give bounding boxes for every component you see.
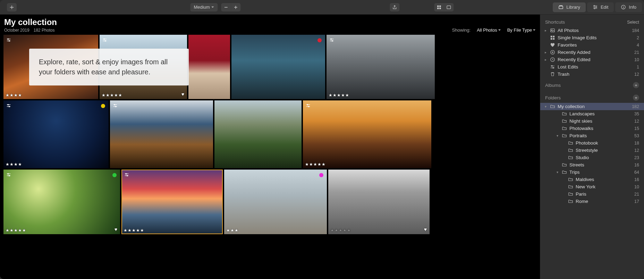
shortcut-label: Trash bbox=[558, 72, 569, 77]
svg-point-10 bbox=[8, 39, 9, 40]
folder-item[interactable]: New York10 bbox=[540, 183, 644, 190]
folder-count: 16 bbox=[634, 163, 639, 167]
rating-stars: ★★★★★ bbox=[6, 228, 26, 233]
shortcut-item[interactable]: ▸Recently Edited10 bbox=[540, 56, 644, 63]
folder-icon bbox=[561, 126, 567, 131]
photo-thumb[interactable]: ★★★★★ bbox=[121, 170, 223, 234]
color-tag bbox=[319, 173, 323, 177]
folder-item[interactable]: ▾Portraits53 bbox=[540, 132, 644, 139]
rating-stars: ★★★★★ bbox=[329, 93, 349, 98]
folder-icon bbox=[561, 118, 567, 124]
add-button[interactable] bbox=[7, 3, 17, 11]
add-folder-button[interactable]: + bbox=[633, 95, 639, 101]
tab-library[interactable]: Library bbox=[553, 2, 586, 12]
folder-label: Trips bbox=[569, 170, 580, 175]
callout-overlay: Explore, rate, sort & enjoy images from … bbox=[29, 49, 189, 85]
photo-thumb[interactable]: ★★★ bbox=[224, 170, 327, 234]
rating-stars: ★★★★★ bbox=[102, 93, 122, 98]
grid-view-button[interactable] bbox=[434, 3, 444, 11]
photo-thumb[interactable] bbox=[188, 35, 230, 99]
single-view-button[interactable] bbox=[444, 3, 454, 11]
toolbar: Medium bbox=[0, 0, 644, 15]
folder-item[interactable]: Streets16 bbox=[540, 161, 644, 169]
svg-rect-29 bbox=[553, 36, 554, 38]
folder-item[interactable]: Studio23 bbox=[540, 154, 644, 161]
svg-point-20 bbox=[307, 104, 308, 105]
shortcut-count: 1 bbox=[637, 65, 639, 69]
svg-rect-2 bbox=[437, 7, 439, 9]
rating-stars: ★★★ bbox=[226, 228, 239, 233]
folder-label: Night skies bbox=[569, 118, 592, 124]
clock-icon bbox=[550, 57, 555, 62]
subtitle-date: October 2019 bbox=[4, 28, 29, 33]
rating-stars: ★★★★★ bbox=[124, 228, 144, 233]
svg-point-35 bbox=[552, 67, 553, 68]
share-button[interactable] bbox=[390, 3, 400, 11]
favorite-icon: ♥ bbox=[424, 227, 427, 232]
photo-thumb[interactable] bbox=[110, 100, 213, 168]
shortcut-item[interactable]: ▸Recently Added21 bbox=[540, 49, 644, 56]
folder-icon bbox=[568, 177, 573, 182]
zoom-out-button[interactable] bbox=[221, 3, 231, 11]
shortcut-item[interactable]: Trash12 bbox=[540, 71, 644, 78]
svg-rect-5 bbox=[559, 6, 563, 9]
svg-point-25 bbox=[127, 175, 128, 176]
shortcut-count: 10 bbox=[634, 57, 639, 62]
zoom-label: Medium bbox=[194, 5, 210, 10]
color-tag bbox=[101, 104, 105, 108]
shortcut-count: 4 bbox=[637, 43, 639, 48]
folder-icon bbox=[568, 184, 573, 189]
photo-thumb[interactable]: ★★★★★ bbox=[327, 35, 435, 99]
sliders-icon bbox=[329, 38, 334, 43]
tab-edit[interactable]: Edit bbox=[587, 2, 614, 12]
shortcut-count: 184 bbox=[632, 28, 639, 33]
color-tag bbox=[112, 173, 117, 177]
folder-item[interactable]: Streetstyle12 bbox=[540, 147, 644, 154]
albums-header: Albums bbox=[545, 83, 561, 88]
folder-item[interactable]: Photowalks15 bbox=[540, 125, 644, 132]
svg-point-13 bbox=[105, 40, 106, 41]
svg-point-6 bbox=[594, 5, 595, 6]
folder-count: 12 bbox=[634, 119, 639, 124]
folder-count: 21 bbox=[634, 192, 639, 197]
folder-icon bbox=[561, 162, 567, 167]
folder-item[interactable]: Maldives16 bbox=[540, 176, 644, 183]
zoom-in-button[interactable] bbox=[231, 3, 241, 11]
shortcut-label: Recently Edited bbox=[558, 57, 591, 62]
shortcut-label: Single Image Edits bbox=[558, 35, 597, 40]
filter-file-type[interactable]: By File Type bbox=[507, 27, 536, 33]
svg-point-22 bbox=[8, 173, 9, 174]
folder-item[interactable]: Rome17 bbox=[540, 198, 644, 205]
shortcut-label: All Photos bbox=[558, 28, 579, 33]
photo-thumb[interactable] bbox=[231, 35, 325, 99]
folder-item[interactable]: Night skies12 bbox=[540, 117, 644, 125]
shortcut-label: Lost Edits bbox=[558, 64, 578, 69]
folder-item[interactable]: Paris21 bbox=[540, 190, 644, 198]
grid-icon bbox=[550, 35, 555, 40]
shortcut-item[interactable]: Favorites4 bbox=[540, 41, 644, 49]
photo-thumb[interactable]: ★★★★ bbox=[3, 100, 109, 168]
folder-root[interactable]: ▾My collection182 bbox=[540, 103, 644, 110]
select-button[interactable]: Select bbox=[627, 20, 639, 25]
photo-thumb[interactable]: ★★★★★♥ bbox=[3, 170, 120, 234]
folder-item[interactable]: Landscapes35 bbox=[540, 110, 644, 117]
svg-point-24 bbox=[126, 173, 127, 174]
shortcut-item[interactable]: Lost Edits1 bbox=[540, 63, 644, 71]
folder-item[interactable]: ▾Trips64 bbox=[540, 169, 644, 176]
folder-count: 17 bbox=[634, 199, 639, 204]
svg-point-18 bbox=[114, 104, 115, 105]
shortcut-item[interactable]: ▸All Photos184 bbox=[540, 27, 644, 34]
photo-thumb[interactable] bbox=[214, 100, 302, 168]
filter-all-photos[interactable]: All Photos bbox=[477, 27, 501, 33]
photo-thumb[interactable]: ★★★★★ bbox=[303, 100, 431, 168]
folder-item[interactable]: Photobook18 bbox=[540, 139, 644, 147]
zoom-select[interactable]: Medium bbox=[190, 3, 218, 11]
folder-label: New York bbox=[576, 184, 595, 189]
shortcut-item[interactable]: Single Image Edits2 bbox=[540, 34, 644, 41]
svg-rect-1 bbox=[440, 5, 441, 7]
svg-point-17 bbox=[9, 106, 10, 107]
folder-count: 18 bbox=[634, 141, 639, 146]
photo-thumb[interactable]: ★★★★★♥ bbox=[328, 170, 430, 234]
tab-info[interactable]: Info bbox=[615, 2, 642, 12]
add-album-button[interactable]: + bbox=[633, 82, 639, 88]
